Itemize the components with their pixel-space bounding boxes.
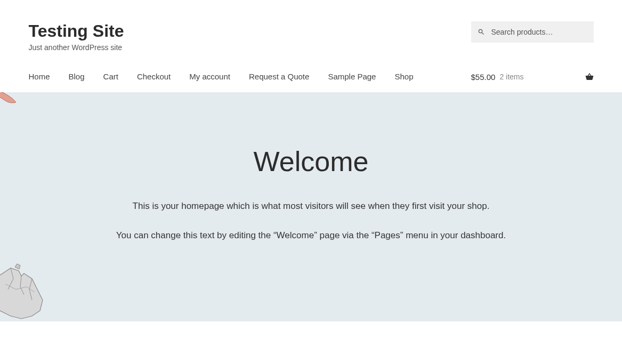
nav-item-my-account[interactable]: My account: [189, 72, 230, 81]
nav-item-cart[interactable]: Cart: [103, 72, 118, 81]
decoration-image-top: [0, 92, 27, 108]
site-tagline: Just another WordPress site: [29, 43, 471, 52]
nav-item-sample-page[interactable]: Sample Page: [328, 72, 376, 81]
nav-item-blog[interactable]: Blog: [69, 72, 85, 81]
search-box: [471, 21, 594, 43]
basket-icon: [585, 72, 594, 81]
hero-text-1: This is your homepage which is what most…: [16, 199, 606, 213]
cart-summary[interactable]: $55.00 2 items: [471, 72, 594, 82]
site-branding: Testing Site Just another WordPress site: [29, 21, 471, 52]
nav-item-shop[interactable]: Shop: [394, 72, 413, 81]
nav-item-checkout[interactable]: Checkout: [137, 72, 171, 81]
hero-section: Welcome This is your homepage which is w…: [0, 92, 622, 321]
hero-title: Welcome: [16, 145, 606, 177]
nav-item-home[interactable]: Home: [29, 72, 50, 81]
decoration-image-bottom: [0, 263, 53, 321]
site-title[interactable]: Testing Site: [29, 21, 471, 41]
search-input[interactable]: [471, 21, 594, 43]
nav-item-request-quote[interactable]: Request a Quote: [249, 72, 309, 81]
hero-text-2: You can change this text by editing the …: [16, 228, 606, 242]
search-icon: [478, 28, 485, 36]
cart-price: $55.00: [471, 72, 496, 82]
primary-nav: Home Blog Cart Checkout My account Reque…: [29, 72, 414, 82]
cart-items-count: 2 items: [499, 72, 523, 81]
